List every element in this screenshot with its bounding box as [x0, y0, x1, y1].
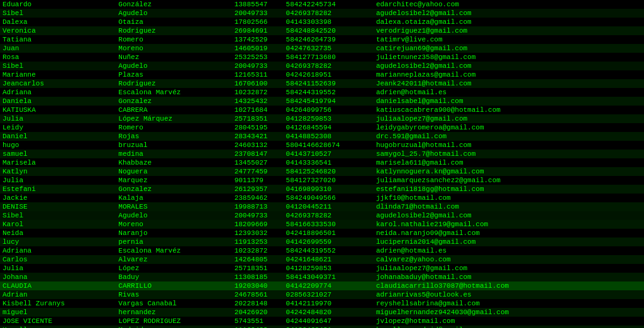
email-cell: estefani1818gg@hotmail.com — [374, 185, 644, 194]
phone-cell: 04269378282 — [284, 211, 374, 220]
phone-cell: 04142209774 — [284, 282, 374, 290]
table-row[interactable]: Daniel Rojas 28343421 04148852308 drc.59… — [0, 132, 644, 141]
phone-cell: 04242484820 — [284, 308, 374, 317]
phone-cell: 04244091647 — [284, 317, 374, 325]
table-row[interactable]: Julia López 25718351 04128259853 juliaal… — [0, 264, 644, 273]
table-row[interactable]: Karol Moreno 18209669 584166333530 karol… — [0, 220, 644, 229]
first-name-cell: Johana — [0, 273, 116, 282]
table-row[interactable]: Carlos Alvarez 14264805 04241648621 calv… — [0, 255, 644, 264]
email-cell: tatimrv@live.com — [374, 35, 644, 44]
table-row[interactable]: Julia López Márquez 25718351 04128259853… — [0, 114, 644, 123]
last-name-cell: Moreno — [116, 44, 231, 53]
first-name-cell: Adriana — [0, 246, 116, 255]
id-cell: 25718351 — [232, 264, 284, 273]
first-name-cell: Marianne — [0, 70, 116, 79]
last-name-cell: Madrid — [116, 325, 231, 328]
email-cell: danielsabel@gmail.com — [374, 97, 644, 106]
id-cell: 23708147 — [232, 150, 284, 158]
table-row[interactable]: Adriana Escalona Marvéz 10232872 5842443… — [0, 88, 644, 97]
email-cell: samygol_25.7@hotmail.com — [374, 150, 644, 158]
table-row[interactable]: Johana Baduy 11308185 584143049371 johan… — [0, 273, 644, 282]
email-cell: agudelosibel2@gmail.com — [374, 211, 644, 220]
id-cell: 13455027 — [232, 158, 284, 167]
id-cell: 10271684 — [232, 106, 284, 114]
table-row[interactable]: Kisbell Zuranys Vargas Canabal 20228148 … — [0, 299, 644, 308]
table-row[interactable]: Marisela Khabbaze 13455027 04143336541 m… — [0, 158, 644, 167]
email-cell: adrien@hotmail.es — [374, 88, 644, 97]
last-name-cell: Agudelo — [116, 9, 231, 18]
id-cell: 20426920 — [232, 308, 284, 317]
data-table: Eduardo González 13885547 584242245734 e… — [0, 0, 644, 328]
id-cell: 20228148 — [232, 299, 284, 308]
id-cell: 19203040 — [232, 282, 284, 290]
table-row[interactable]: Leidy Romero 28045195 04126845594 leidyg… — [0, 123, 644, 132]
table-row[interactable]: DENISE MORALES 19988713 04120445211 dlin… — [0, 202, 644, 211]
phone-cell: 04143336541 — [284, 158, 374, 167]
table-row[interactable]: Adriana Escalona Marvéz 10232872 5842443… — [0, 246, 644, 255]
table-row[interactable]: Katlyn Noguera 24777459 584125246820 kat… — [0, 167, 644, 176]
table-row[interactable]: hugo bruzual 24603132 5804146628674 hugo… — [0, 141, 644, 150]
email-cell: edarchitec@yahoo.com — [374, 0, 644, 9]
phone-cell: 5804146628674 — [284, 141, 374, 150]
table-row[interactable]: Jeancarlos Rodriguez 16706100 5842411526… — [0, 79, 644, 88]
table-row[interactable]: Juan Moreno 14605019 04247632735 catirej… — [0, 44, 644, 53]
email-cell: dlinda71@hotmail.com — [374, 202, 644, 211]
last-name-cell: bruzual — [116, 141, 231, 150]
first-name-cell: Jackie — [0, 194, 116, 202]
email-cell: claudiacarrillo37087@hotmail.com — [374, 282, 644, 290]
last-name-cell: Romero — [116, 35, 231, 44]
last-name-cell: MORALES — [116, 202, 231, 211]
table-row[interactable]: Veronica Rodriguez 26984691 584248842520… — [0, 26, 644, 35]
table-row[interactable]: Adrian Rivas 24678561 02856321027 adrian… — [0, 290, 644, 299]
first-name-cell: Juan — [0, 44, 116, 53]
phone-cell: 04142699559 — [284, 238, 374, 246]
table-row[interactable]: JOSE VICENTE LOPEZ RODRIGUEZ 5743551 042… — [0, 317, 644, 325]
table-row[interactable]: Daniela Gonzalez 14325432 584245419794 d… — [0, 97, 644, 106]
last-name-cell: Khabbaze — [116, 158, 231, 167]
table-row[interactable]: samuel medina 23708147 04143710527 samyg… — [0, 150, 644, 158]
id-cell: 20049733 — [232, 62, 284, 70]
last-name-cell: Escalona Marvéz — [116, 246, 231, 255]
table-row[interactable]: Jackie Kalaja 23859462 584249049566 jjkf… — [0, 194, 644, 202]
table-row[interactable]: lucy pernia 11913253 04142699559 luciper… — [0, 238, 644, 246]
last-name-cell: Rodriguez — [116, 79, 231, 88]
phone-cell: 584127327020 — [284, 176, 374, 185]
table-row[interactable]: Sibel Agudelo 20049733 04269378282 agude… — [0, 211, 644, 220]
phone-cell: 584248842520 — [284, 26, 374, 35]
table-row[interactable]: Dalexa Otaiza 17802566 04143303398 dalex… — [0, 18, 644, 26]
email-cell: hugobruzual@hotmail.com — [374, 141, 644, 150]
first-name-cell: Julia — [0, 176, 116, 185]
last-name-cell: López Márquez — [116, 114, 231, 123]
id-cell: 24678561 — [232, 290, 284, 299]
email-cell: karol.nathalie219@gmail.com — [374, 220, 644, 229]
first-name-cell: CLAUDIA — [0, 282, 116, 290]
id-cell: 12393032 — [232, 229, 284, 238]
table-row[interactable]: CLAUDIA CARRILLO 19203040 04142209774 cl… — [0, 282, 644, 290]
table-row[interactable]: Marianne Plazas 12165311 04242618951 mar… — [0, 70, 644, 79]
table-row[interactable]: KATIUSKA CABRERA 10271684 04264099756 ka… — [0, 106, 644, 114]
phone-cell: 04126845594 — [284, 123, 374, 132]
id-cell: 14264805 — [232, 255, 284, 264]
table-row[interactable]: Rosa Nuñez 25325253 584127713680 julietn… — [0, 53, 644, 62]
id-cell: 10232872 — [232, 246, 284, 255]
last-name-cell: Marquez — [116, 176, 231, 185]
table-row[interactable]: Estefani Gonzalez 26129357 04169899310 e… — [0, 185, 644, 194]
table-row[interactable]: miguel hernandez 20426920 04242484820 mi… — [0, 308, 644, 317]
id-cell: 20049733 — [232, 9, 284, 18]
id-cell: 24603132 — [232, 141, 284, 150]
first-name-cell: Sibel — [0, 211, 116, 220]
table-row[interactable]: Neida Naranjo 12393032 042418896501 neid… — [0, 229, 644, 238]
id-cell: 18209669 — [232, 220, 284, 229]
email-cell: miguelhernandez9424030@gmail.com — [374, 308, 644, 317]
table-row[interactable]: Tatiana Romero 13742529 584246264739 tat… — [0, 35, 644, 44]
table-row[interactable]: Eduardo González 13885547 584242245734 e… — [0, 0, 644, 9]
email-cell: juliaalopez7@gmail.com — [374, 264, 644, 273]
table-row[interactable]: Julia Marquez 9011379 584127327020 julia… — [0, 176, 644, 185]
table-row[interactable]: Sibel Agudelo 20049733 04269378282 agude… — [0, 9, 644, 18]
table-row[interactable]: Sibel Agudelo 20049733 04269378282 agude… — [0, 62, 644, 70]
id-cell: 11913253 — [232, 238, 284, 246]
last-name-cell: Otaiza — [116, 18, 231, 26]
last-name-cell: Vargas Canabal — [116, 299, 231, 308]
first-name-cell: JOSE VICENTE — [0, 317, 116, 325]
table-row[interactable]: Karellys Madrid 11169432 04129469431 kar… — [0, 325, 644, 328]
